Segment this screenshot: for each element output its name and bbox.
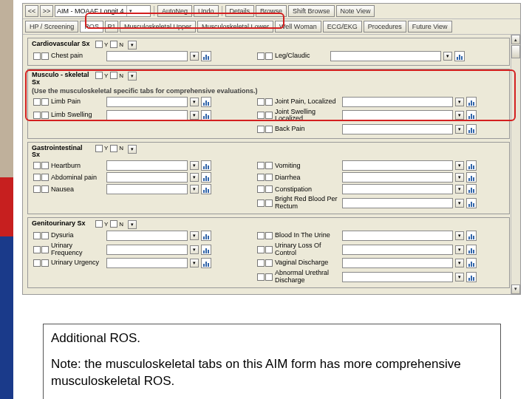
check-n[interactable] (41, 232, 49, 239)
chart-icon[interactable] (201, 172, 211, 183)
symptom-input[interactable] (342, 124, 453, 134)
check-y[interactable] (257, 273, 265, 281)
row-yn[interactable] (33, 52, 49, 60)
check-n[interactable] (41, 112, 49, 119)
chevron-down-icon[interactable]: ▾ (455, 199, 464, 208)
row-yn[interactable] (257, 232, 273, 239)
check-y[interactable] (33, 246, 41, 253)
check-n[interactable] (265, 259, 273, 267)
chart-icon[interactable] (201, 258, 211, 268)
symptom-input[interactable] (106, 51, 188, 61)
chart-icon[interactable] (466, 198, 477, 208)
check-n[interactable] (110, 145, 117, 152)
chart-icon[interactable] (201, 110, 211, 120)
chevron-down-icon[interactable]: ▾ (190, 185, 199, 194)
note-view-button[interactable]: Note View (336, 5, 375, 17)
scroll-thumb[interactable] (511, 45, 520, 58)
check-y[interactable] (257, 232, 265, 239)
row-yn[interactable] (33, 185, 49, 193)
check-y[interactable] (33, 162, 41, 169)
undo-button[interactable]: Undo (194, 5, 219, 17)
tab-future-view[interactable]: Future View (408, 21, 452, 33)
symptom-input[interactable] (106, 110, 188, 120)
symptom-input[interactable] (342, 272, 453, 282)
symptom-input[interactable] (106, 160, 188, 171)
check-y[interactable] (257, 174, 265, 181)
chart-icon[interactable] (466, 272, 477, 282)
row-yn[interactable] (257, 52, 273, 60)
chart-icon[interactable] (466, 245, 477, 255)
check-n[interactable] (265, 273, 273, 281)
check-n[interactable] (110, 220, 117, 228)
check-n[interactable] (41, 98, 49, 106)
symptom-input[interactable] (342, 231, 453, 241)
autoneg-button[interactable]: AutoNeg (157, 5, 192, 17)
row-yn[interactable] (257, 259, 273, 267)
vertical-scrollbar[interactable]: ▴ ▾ (511, 35, 520, 294)
chart-icon[interactable] (454, 51, 465, 61)
check-y[interactable] (33, 98, 41, 106)
chevron-down-icon[interactable]: ▾ (455, 161, 464, 170)
check-y[interactable] (257, 98, 265, 106)
check-y[interactable] (95, 145, 103, 152)
chevron-down-icon[interactable]: ▾ (190, 245, 199, 254)
row-yn[interactable] (257, 174, 273, 181)
check-n[interactable] (265, 162, 273, 169)
row-yn[interactable] (257, 112, 273, 119)
tab-well-woman[interactable]: Well Woman (275, 21, 321, 33)
row-yn[interactable] (33, 174, 49, 181)
check-n[interactable] (41, 52, 49, 60)
check-n[interactable] (110, 41, 117, 48)
check-y[interactable] (257, 126, 265, 133)
symptom-input[interactable] (106, 231, 188, 241)
check-y[interactable] (257, 259, 265, 267)
chart-icon[interactable] (466, 231, 477, 241)
section-yn-toggle[interactable]: Y N (95, 145, 125, 152)
chevron-down-icon[interactable]: ▾ (190, 231, 199, 240)
check-y[interactable] (33, 185, 41, 193)
symptom-input[interactable] (106, 172, 188, 183)
chart-icon[interactable] (201, 51, 211, 61)
chart-icon[interactable] (466, 172, 477, 183)
symptom-input[interactable] (342, 172, 453, 183)
tab-musc-upper[interactable]: Musculoskeletal Upper (120, 21, 196, 33)
row-yn[interactable] (33, 232, 49, 239)
tab-ros[interactable]: ROS (80, 21, 103, 33)
chevron-down-icon[interactable]: ▾ (455, 125, 464, 134)
symptom-input[interactable] (330, 51, 441, 61)
check-n[interactable] (41, 259, 49, 267)
check-n[interactable] (41, 162, 49, 169)
chevron-down-icon[interactable]: ▾ (455, 111, 464, 120)
row-yn[interactable] (257, 200, 273, 207)
check-n[interactable] (265, 126, 273, 133)
chevron-down-icon[interactable]: ▾ (190, 98, 199, 106)
row-yn[interactable] (33, 112, 49, 119)
check-y[interactable] (95, 72, 103, 79)
chart-icon[interactable] (466, 97, 477, 107)
symptom-input[interactable] (106, 97, 188, 107)
check-y[interactable] (33, 52, 41, 60)
chevron-down-icon[interactable]: ▾ (443, 52, 452, 61)
symptom-input[interactable] (342, 198, 453, 208)
row-yn[interactable] (33, 246, 49, 253)
row-yn[interactable] (33, 98, 49, 106)
check-y[interactable] (95, 220, 103, 228)
check-n[interactable] (265, 185, 273, 193)
symptom-input[interactable] (106, 245, 188, 255)
check-y[interactable] (33, 174, 41, 181)
chart-icon[interactable] (201, 231, 211, 241)
chart-icon[interactable] (466, 258, 477, 268)
check-n[interactable] (41, 185, 49, 193)
chevron-down-icon[interactable]: ▾ (190, 161, 199, 170)
row-yn[interactable] (33, 259, 49, 267)
details-button[interactable]: Details (225, 5, 255, 17)
row-yn[interactable] (33, 162, 49, 169)
chevron-down-icon[interactable]: ▾ (455, 273, 464, 282)
check-n[interactable] (265, 98, 273, 106)
check-n[interactable] (110, 72, 117, 79)
chevron-down-icon[interactable]: ▾ (128, 220, 137, 229)
check-y[interactable] (95, 41, 103, 48)
check-n[interactable] (265, 232, 273, 239)
chevron-down-icon[interactable]: ▾ (455, 245, 464, 254)
chart-icon[interactable] (466, 160, 477, 171)
